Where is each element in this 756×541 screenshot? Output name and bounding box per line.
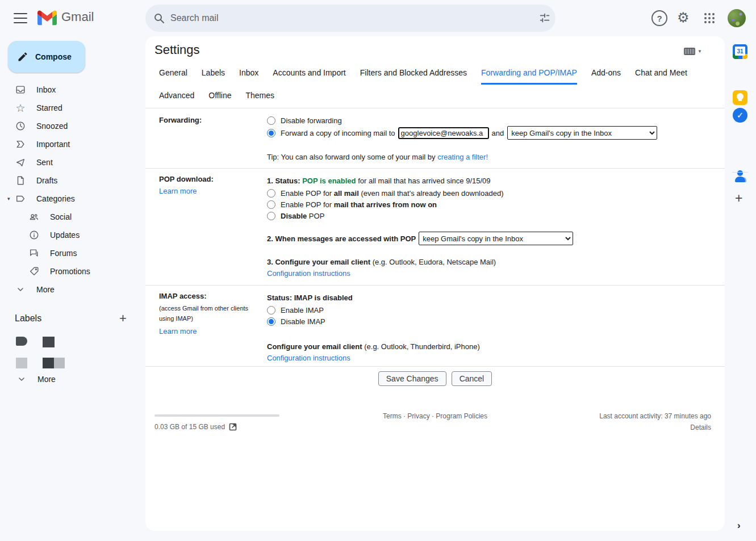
forward-action-select[interactable]: keep Gmail's copy in the Inbox [507,126,657,140]
imap-section-label: IMAP access: (access Gmail from other cl… [159,292,261,335]
get-add-ons-icon[interactable]: + [735,191,742,206]
tab-chat-and-meet[interactable]: Chat and Meet [635,68,687,85]
search-bar[interactable] [145,5,555,32]
input-tools-toggle[interactable]: ▼ [684,48,702,55]
forward-address-input[interactable] [398,127,489,139]
sidebar-item-label: Sent [36,158,53,167]
save-changes-button[interactable]: Save Changes [378,371,446,386]
hide-side-panel-icon[interactable]: › [737,520,741,531]
top-bar: Gmail ? ⚙ [0,0,756,36]
section-divider [145,285,725,286]
chevron-down-icon [16,374,27,385]
enable-pop-all-mail-radio[interactable] [267,189,275,198]
sidebar-item-more[interactable]: More [0,280,141,299]
tab-add-ons[interactable]: Add-ons [591,68,621,85]
label-item-redacted[interactable] [16,358,65,368]
tab-offline[interactable]: Offline [208,91,231,106]
google-apps-icon[interactable] [704,13,715,23]
main-menu-icon[interactable] [14,13,27,23]
settings-gear-icon[interactable]: ⚙ [677,10,690,26]
and-text: and [492,129,504,137]
cancel-button[interactable]: Cancel [452,371,492,386]
forwarding-section-label: Forwarding: [159,116,261,124]
sidebar-item-label: More [36,285,55,294]
expander-triangle-icon[interactable]: ▾ [7,196,10,202]
enable-imap-radio[interactable] [267,306,275,314]
tab-forwarding-and-pop-imap[interactable]: Forwarding and POP/IMAP [481,68,577,85]
disable-forwarding-radio[interactable] [267,116,275,125]
imap-status: Status: IMAP is disabled [267,293,353,302]
radio-label-part: (even mail that's already been downloade… [359,189,504,198]
sidebar-item-starred[interactable]: ☆ Starred [0,99,141,117]
tab-inbox[interactable]: Inbox [239,68,258,85]
tab-labels[interactable]: Labels [202,68,225,85]
sidebar-item-forums[interactable]: Forums [0,244,141,262]
label-item-redacted[interactable] [16,337,55,347]
chat-icon [28,248,40,259]
details-link[interactable]: Details [690,423,711,431]
compose-label: Compose [35,52,72,61]
settings-tabs-row2: Advanced Offline Themes [159,91,274,106]
sidebar-item-promotions[interactable]: Promotions [0,262,141,280]
sidebar-item-snoozed[interactable]: Snoozed [0,117,141,135]
tab-general[interactable]: General [159,68,187,85]
disable-imap-radio[interactable] [267,317,275,326]
tab-accounts-and-import[interactable]: Accounts and Import [273,68,345,85]
sidebar-item-label: Inbox [36,85,56,94]
forwarding-section: Disable forwarding Forward a copy of inc… [267,115,657,162]
section-divider [145,168,725,169]
tab-filters-and-blocked-addresses[interactable]: Filters and Blocked Addresses [360,68,467,85]
pop-learn-more-link[interactable]: Learn more [159,187,197,195]
google-keep-icon[interactable] [733,90,747,105]
create-label-icon[interactable]: + [119,311,127,326]
page-title: Settings [154,43,200,57]
pop-status-prefix: 1. Status: [267,177,302,185]
forward-copy-radio[interactable] [267,129,275,137]
important-marker-icon [15,139,26,150]
disable-pop-radio[interactable] [267,212,275,220]
tab-themes[interactable]: Themes [246,91,275,106]
enable-pop-from-now-radio[interactable] [267,200,275,209]
send-icon [15,157,26,168]
sidebar-item-updates[interactable]: Updates [0,226,141,244]
creating-a-filter-link[interactable]: creating a filter! [437,153,488,161]
labels-more-label: More [37,375,56,384]
info-icon [28,229,40,241]
clock-icon [15,120,26,132]
sidebar-item-social[interactable]: Social [0,208,141,226]
radio-label-part: POP [307,212,324,220]
side-panel-rail: 31 ✓ + › [725,36,756,541]
pop-status-suffix: for all mail that has arrived since 9/15… [356,177,491,185]
sidebar-item-sent[interactable]: Sent [0,153,141,171]
compose-button[interactable]: Compose [8,41,85,73]
search-icon[interactable] [153,12,165,24]
rail-divider [732,172,748,173]
pop-step3-rest: (e.g. Outlook, Eudora, Netscape Mail) [370,258,496,266]
draft-file-icon [15,175,26,186]
sidebar-item-important[interactable]: Important [0,135,141,153]
sidebar-item-drafts[interactable]: Drafts [0,171,141,190]
imap-learn-more-link[interactable]: Learn more [159,327,197,335]
radio-label-part: mail that arrives from now on [334,200,437,209]
search-options-icon[interactable] [538,12,551,24]
help-icon[interactable]: ? [651,10,667,26]
disable-forwarding-label: Disable forwarding [281,116,342,125]
imap-configuration-instructions-link[interactable]: Configuration instructions [267,354,350,362]
tab-advanced[interactable]: Advanced [159,91,194,106]
pop-configuration-instructions-link[interactable]: Configuration instructions [267,269,350,278]
sidebar-item-inbox[interactable]: Inbox [0,81,141,99]
pop-action-select[interactable]: keep Gmail's copy in the Inbox [419,232,573,245]
sidebar-item-label: Categories [36,194,75,203]
labels-more[interactable]: More [0,370,141,388]
account-avatar[interactable] [728,9,746,27]
section-divider [145,108,725,108]
google-tasks-icon[interactable]: ✓ [733,108,747,123]
google-contacts-icon[interactable] [733,169,747,184]
last-account-activity: Last account activity: 37 minutes ago [599,412,711,420]
external-link-icon[interactable] [229,423,237,431]
imap-configure-rest: (e.g. Outlook, Thunderbird, iPhone) [362,342,480,351]
keyboard-icon [684,48,695,55]
sidebar-item-categories[interactable]: ▾ Categories [0,190,141,208]
google-calendar-icon[interactable]: 31 [733,44,747,59]
search-input[interactable] [170,13,538,23]
